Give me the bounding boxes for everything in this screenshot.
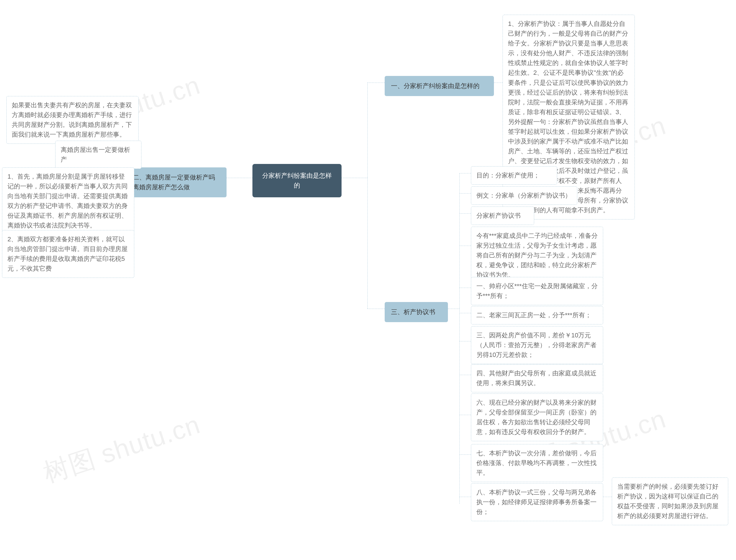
branch-3-item-10: 八、本析产协议一式三份，父母与两兄弟各执一份，如经律师见证报律师事务所备案一份； bbox=[471, 483, 603, 521]
connector bbox=[494, 83, 502, 83]
branch-2-item-1: 2、离婚双方都要准备好相关资料，就可以向当地房管部门提出申请。而目前办理房屋析产… bbox=[2, 230, 134, 278]
branch-1[interactable]: 一、分家析产纠纷案由是怎样的 bbox=[385, 76, 494, 96]
connector bbox=[459, 415, 471, 415]
connector bbox=[459, 313, 471, 313]
connector bbox=[368, 83, 368, 309]
watermark: 树图 shutu.cn bbox=[39, 407, 205, 491]
connector bbox=[368, 309, 385, 309]
connector bbox=[448, 309, 459, 309]
connector bbox=[459, 288, 471, 288]
branch-3-item-8: 六、现在已经分家的财产以及将来分家的财产，父母全部保留至少一间正房（卧室）的居住… bbox=[471, 393, 603, 441]
branch-3-item-7: 四、其他财产由父母所有，由家庭成员就近使用，将来归属另议。 bbox=[471, 364, 603, 392]
branch-2-sub: 离婚房屋出售一定要做析产 bbox=[55, 141, 142, 169]
connector bbox=[459, 193, 471, 194]
branch-3-item-4: 一、帅府小区***住宅一处及附属储藏室，分予***所有； bbox=[471, 277, 603, 305]
connector bbox=[459, 173, 471, 173]
connector bbox=[459, 497, 471, 497]
branch-2-intro: 如果要出售夫妻共有产权的房屋，在夫妻双方离婚时就必须要办理离婚析产手续，进行共同… bbox=[6, 96, 139, 144]
connector bbox=[459, 213, 471, 214]
branch-2[interactable]: 二、离婚房屋一定要做析产吗离婚房屋析产怎么做 bbox=[127, 167, 227, 197]
connector bbox=[227, 178, 253, 178]
connector bbox=[459, 454, 471, 455]
connector bbox=[603, 497, 612, 497]
center-node[interactable]: 分家析产纠纷案由是怎样的 bbox=[253, 164, 342, 197]
connector bbox=[459, 173, 460, 504]
connector bbox=[342, 178, 368, 178]
branch-3-note: 当需要析产的时候，必须要先签订好析产协议，因为这样可以保证自己的权益不受侵害，同… bbox=[612, 477, 728, 525]
mindmap-canvas: 树图 shutu.cn 树图 shutu.cn 树图 shutu.cn 树图 s… bbox=[0, 0, 736, 560]
connector bbox=[459, 375, 471, 375]
branch-3[interactable]: 三、析产协议书 bbox=[385, 302, 448, 322]
branch-3-item-9: 七、本析产协议一次分清，差价做明，今后价格涨落、付款早晚均不再调整，一次性找平。 bbox=[471, 444, 603, 482]
branch-3-item-1: 例文：分家单（分家析产协议书） bbox=[471, 186, 577, 205]
connector bbox=[368, 83, 385, 83]
branch-2-item-0: 1、首先，离婚房屋分割是属于房屋转移登记的一种，所以必须要析产当事人双方共同向当… bbox=[2, 167, 134, 235]
connector bbox=[459, 341, 471, 341]
connector bbox=[459, 246, 471, 246]
branch-3-item-0: 目的：分家析产使用； bbox=[471, 166, 557, 185]
branch-3-item-3: 今有***家庭成员中二子均已经成年，准备分家另过独立生活，父母为子女生计考虑，愿… bbox=[471, 227, 603, 284]
branch-3-item-5: 二、老家三间瓦正房一处，分予***所有； bbox=[471, 306, 603, 324]
branch-3-item-2: 分家析产协议书 bbox=[471, 207, 534, 225]
branch-3-item-6: 三、因两处房产价值不同，差价￥10万元（人民币：壹拾万元整），分得老家房产者另得… bbox=[471, 326, 603, 364]
